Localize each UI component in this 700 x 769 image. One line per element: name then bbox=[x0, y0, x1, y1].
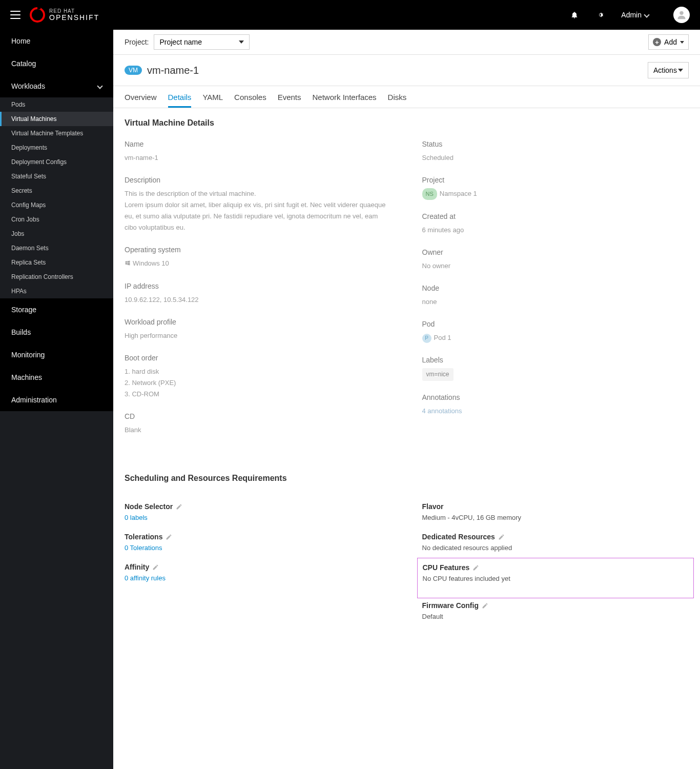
actions-button[interactable]: Actions bbox=[648, 62, 689, 78]
nav-workloads[interactable]: Workloads bbox=[0, 75, 113, 97]
field-label: Operating system bbox=[125, 246, 392, 254]
pencil-icon[interactable] bbox=[482, 602, 488, 609]
menu-toggle-icon[interactable] bbox=[10, 11, 20, 19]
namespace-badge: NS bbox=[422, 188, 437, 200]
row-link[interactable]: 0 affinity rules bbox=[125, 574, 392, 582]
project-label: Project: bbox=[125, 38, 149, 46]
tab-overview[interactable]: Overview bbox=[125, 93, 157, 108]
row-label: Tolerations bbox=[125, 533, 392, 541]
caret-down-icon bbox=[239, 41, 244, 44]
field-value: This is the description of the virtual m… bbox=[125, 188, 392, 233]
windows-icon bbox=[125, 260, 131, 266]
actions-button-label: Actions bbox=[653, 66, 677, 74]
row-label: CPU Features bbox=[423, 563, 689, 572]
nav-storage[interactable]: Storage bbox=[0, 298, 113, 321]
topbar: RED HAT OPENSHIFT Admin bbox=[0, 0, 700, 30]
field-value: PPod 1 bbox=[422, 332, 689, 343]
pencil-icon[interactable] bbox=[166, 534, 172, 540]
svg-point-0 bbox=[680, 11, 683, 15]
user-menu[interactable]: Admin bbox=[621, 11, 649, 19]
sidebar-item-secrets[interactable]: Secrets bbox=[0, 184, 113, 198]
sidebar-item-replica-sets[interactable]: Replica Sets bbox=[0, 255, 113, 270]
brand-large: OPENSHIFT bbox=[49, 14, 99, 21]
field-label: Project bbox=[422, 176, 689, 184]
sidebar-item-replication-controllers[interactable]: Replication Controllers bbox=[0, 270, 113, 284]
row-value: Medium - 4vCPU, 16 GB memory bbox=[422, 514, 689, 521]
row-label: Dedicated Resources bbox=[422, 533, 689, 541]
field-value: Scheduled bbox=[422, 152, 689, 164]
tabs: OverviewDetailsYAMLConsolesEventsNetwork… bbox=[113, 86, 700, 108]
page-title: vm-name-1 bbox=[147, 65, 199, 76]
field-value: 1. hard disk 2. Network (PXE) 3. CD-ROM bbox=[125, 366, 392, 400]
brand-logo-icon bbox=[30, 7, 45, 23]
row-link[interactable]: 0 Tolerations bbox=[125, 544, 392, 552]
nav-administration[interactable]: Administration bbox=[0, 389, 113, 411]
pencil-icon[interactable] bbox=[152, 564, 159, 571]
field-value: NSNamspace 1 bbox=[422, 188, 689, 200]
field-value: 4 annotations bbox=[422, 406, 689, 417]
sidebar-item-stateful-sets[interactable]: Stateful Sets bbox=[0, 169, 113, 184]
pencil-icon[interactable] bbox=[472, 564, 479, 571]
field-label: IP address bbox=[125, 282, 392, 290]
tab-details[interactable]: Details bbox=[168, 93, 192, 108]
sidebar-item-daemon-sets[interactable]: Daemon Sets bbox=[0, 241, 113, 255]
tab-consoles[interactable]: Consoles bbox=[234, 93, 266, 108]
field-value: 6 minutes ago bbox=[422, 225, 689, 236]
field-value: High performance bbox=[125, 330, 392, 341]
field-label: Name bbox=[125, 140, 392, 148]
nav-home[interactable]: Home bbox=[0, 30, 113, 52]
field-label: Boot order bbox=[125, 354, 392, 362]
add-button[interactable]: + Add bbox=[648, 34, 689, 50]
row-label: Affinity bbox=[125, 563, 392, 571]
pencil-icon[interactable] bbox=[498, 534, 505, 540]
bell-icon[interactable] bbox=[570, 10, 579, 19]
row-label: Node Selector bbox=[125, 502, 392, 511]
sidebar-item-virtual-machine-templates[interactable]: Virtual Machine Templates bbox=[0, 126, 113, 140]
field-label: Status bbox=[422, 140, 689, 148]
row-label: Firmware Config bbox=[422, 601, 689, 610]
field-label: Node bbox=[422, 284, 689, 292]
field-label: Created at bbox=[422, 212, 689, 220]
row-link[interactable]: 0 labels bbox=[125, 514, 392, 521]
add-button-label: Add bbox=[664, 38, 677, 46]
sidebar-item-deployments[interactable]: Deployments bbox=[0, 140, 113, 155]
field-value: Windows 10 bbox=[125, 258, 392, 269]
field-value: No owner bbox=[422, 260, 689, 272]
field-label: Workload profile bbox=[125, 318, 392, 326]
field-value: Blank bbox=[125, 424, 392, 436]
pencil-icon[interactable] bbox=[176, 503, 182, 510]
nav-machines[interactable]: Machines bbox=[0, 366, 113, 389]
nav-catalog[interactable]: Catalog bbox=[0, 52, 113, 75]
sidebar-item-hpas[interactable]: HPAs bbox=[0, 284, 113, 298]
gear-icon[interactable] bbox=[595, 10, 605, 19]
nav-monitoring[interactable]: Monitoring bbox=[0, 343, 113, 366]
brand: RED HAT OPENSHIFT bbox=[30, 7, 99, 23]
tab-yaml[interactable]: YAML bbox=[202, 93, 223, 108]
avatar[interactable] bbox=[673, 7, 690, 23]
row-value: No CPU features included yet bbox=[423, 575, 689, 582]
sidebar-item-pods[interactable]: Pods bbox=[0, 97, 113, 112]
label-pill: vm=nice bbox=[422, 368, 454, 380]
vm-badge: VM bbox=[125, 66, 142, 75]
sidebar-item-virtual-machines[interactable]: Virtual Machines bbox=[0, 112, 113, 126]
sidebar-item-deployment-configs[interactable]: Deployment Configs bbox=[0, 155, 113, 169]
annotations-link[interactable]: 4 annotations bbox=[422, 407, 462, 415]
tab-disks[interactable]: Disks bbox=[388, 93, 407, 108]
sidebar-item-cron-jobs[interactable]: Cron Jobs bbox=[0, 212, 113, 227]
sidebar-item-config-maps[interactable]: Config Maps bbox=[0, 198, 113, 212]
field-label: CD bbox=[125, 412, 392, 420]
plus-circle-icon: + bbox=[653, 38, 661, 46]
field-label: Owner bbox=[422, 248, 689, 256]
row-label: Flavor bbox=[422, 502, 689, 511]
tab-network-interfaces[interactable]: Network Interfaces bbox=[313, 93, 377, 108]
project-select-value: Project name bbox=[159, 38, 201, 46]
tab-events[interactable]: Events bbox=[278, 93, 301, 108]
caret-down-icon bbox=[680, 41, 684, 44]
sidebar-item-jobs[interactable]: Jobs bbox=[0, 227, 113, 241]
field-value: vm-name-1 bbox=[125, 152, 392, 164]
nav-builds[interactable]: Builds bbox=[0, 321, 113, 343]
project-select[interactable]: Project name bbox=[154, 34, 250, 50]
sidebar: Home Catalog Workloads PodsVirtual Machi… bbox=[0, 30, 113, 769]
section-title-requirements: Scheduling and Resources Requirements bbox=[125, 474, 689, 483]
user-name: Admin bbox=[621, 11, 642, 19]
